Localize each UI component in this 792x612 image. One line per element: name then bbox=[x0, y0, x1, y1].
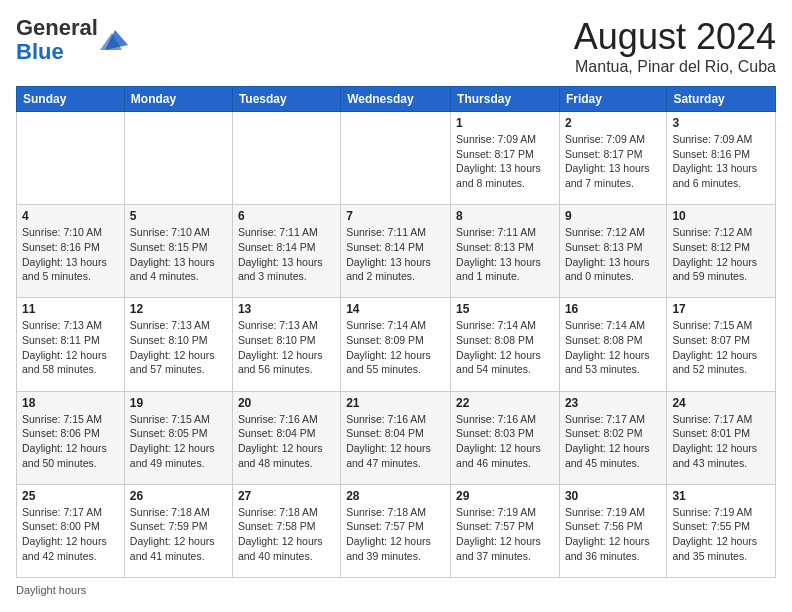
day-info: Sunrise: 7:11 AMSunset: 8:14 PMDaylight:… bbox=[238, 225, 335, 284]
calendar-cell: 14Sunrise: 7:14 AMSunset: 8:09 PMDayligh… bbox=[341, 298, 451, 391]
calendar-week-row: 25Sunrise: 7:17 AMSunset: 8:00 PMDayligh… bbox=[17, 484, 776, 577]
day-number: 20 bbox=[238, 396, 335, 410]
calendar-cell bbox=[232, 112, 340, 205]
day-info: Sunrise: 7:10 AMSunset: 8:16 PMDaylight:… bbox=[22, 225, 119, 284]
calendar-cell: 29Sunrise: 7:19 AMSunset: 7:57 PMDayligh… bbox=[451, 484, 560, 577]
calendar-cell: 12Sunrise: 7:13 AMSunset: 8:10 PMDayligh… bbox=[124, 298, 232, 391]
calendar-cell: 2Sunrise: 7:09 AMSunset: 8:17 PMDaylight… bbox=[559, 112, 666, 205]
calendar-cell: 1Sunrise: 7:09 AMSunset: 8:17 PMDaylight… bbox=[451, 112, 560, 205]
day-info: Sunrise: 7:16 AMSunset: 8:04 PMDaylight:… bbox=[238, 412, 335, 471]
day-info: Sunrise: 7:11 AMSunset: 8:14 PMDaylight:… bbox=[346, 225, 445, 284]
calendar-cell: 3Sunrise: 7:09 AMSunset: 8:16 PMDaylight… bbox=[667, 112, 776, 205]
day-number: 15 bbox=[456, 302, 554, 316]
day-number: 23 bbox=[565, 396, 661, 410]
day-number: 25 bbox=[22, 489, 119, 503]
calendar-cell: 20Sunrise: 7:16 AMSunset: 8:04 PMDayligh… bbox=[232, 391, 340, 484]
calendar-cell bbox=[17, 112, 125, 205]
calendar-cell: 15Sunrise: 7:14 AMSunset: 8:08 PMDayligh… bbox=[451, 298, 560, 391]
day-info: Sunrise: 7:09 AMSunset: 8:17 PMDaylight:… bbox=[565, 132, 661, 191]
day-number: 14 bbox=[346, 302, 445, 316]
day-number: 7 bbox=[346, 209, 445, 223]
day-info: Sunrise: 7:13 AMSunset: 8:10 PMDaylight:… bbox=[238, 318, 335, 377]
day-number: 19 bbox=[130, 396, 227, 410]
day-info: Sunrise: 7:15 AMSunset: 8:05 PMDaylight:… bbox=[130, 412, 227, 471]
day-info: Sunrise: 7:19 AMSunset: 7:56 PMDaylight:… bbox=[565, 505, 661, 564]
calendar-day-header: Saturday bbox=[667, 87, 776, 112]
calendar-cell: 5Sunrise: 7:10 AMSunset: 8:15 PMDaylight… bbox=[124, 205, 232, 298]
day-number: 3 bbox=[672, 116, 770, 130]
day-info: Sunrise: 7:13 AMSunset: 8:10 PMDaylight:… bbox=[130, 318, 227, 377]
calendar-day-header: Wednesday bbox=[341, 87, 451, 112]
day-info: Sunrise: 7:11 AMSunset: 8:13 PMDaylight:… bbox=[456, 225, 554, 284]
calendar-cell: 9Sunrise: 7:12 AMSunset: 8:13 PMDaylight… bbox=[559, 205, 666, 298]
day-number: 18 bbox=[22, 396, 119, 410]
day-info: Sunrise: 7:10 AMSunset: 8:15 PMDaylight:… bbox=[130, 225, 227, 284]
day-number: 11 bbox=[22, 302, 119, 316]
calendar-cell: 16Sunrise: 7:14 AMSunset: 8:08 PMDayligh… bbox=[559, 298, 666, 391]
calendar-cell: 31Sunrise: 7:19 AMSunset: 7:55 PMDayligh… bbox=[667, 484, 776, 577]
calendar-day-header: Friday bbox=[559, 87, 666, 112]
calendar-cell: 13Sunrise: 7:13 AMSunset: 8:10 PMDayligh… bbox=[232, 298, 340, 391]
day-info: Sunrise: 7:14 AMSunset: 8:08 PMDaylight:… bbox=[456, 318, 554, 377]
logo-blue: Blue bbox=[16, 39, 64, 64]
day-info: Sunrise: 7:14 AMSunset: 8:08 PMDaylight:… bbox=[565, 318, 661, 377]
calendar-cell: 19Sunrise: 7:15 AMSunset: 8:05 PMDayligh… bbox=[124, 391, 232, 484]
day-info: Sunrise: 7:16 AMSunset: 8:04 PMDaylight:… bbox=[346, 412, 445, 471]
day-number: 28 bbox=[346, 489, 445, 503]
calendar-cell: 17Sunrise: 7:15 AMSunset: 8:07 PMDayligh… bbox=[667, 298, 776, 391]
calendar-day-header: Sunday bbox=[17, 87, 125, 112]
day-number: 10 bbox=[672, 209, 770, 223]
calendar-week-row: 4Sunrise: 7:10 AMSunset: 8:16 PMDaylight… bbox=[17, 205, 776, 298]
day-number: 24 bbox=[672, 396, 770, 410]
calendar-cell: 23Sunrise: 7:17 AMSunset: 8:02 PMDayligh… bbox=[559, 391, 666, 484]
day-info: Sunrise: 7:14 AMSunset: 8:09 PMDaylight:… bbox=[346, 318, 445, 377]
calendar-week-row: 1Sunrise: 7:09 AMSunset: 8:17 PMDaylight… bbox=[17, 112, 776, 205]
page-header: General Blue August 2024 Mantua, Pinar d… bbox=[16, 16, 776, 76]
day-info: Sunrise: 7:19 AMSunset: 7:57 PMDaylight:… bbox=[456, 505, 554, 564]
calendar-cell bbox=[124, 112, 232, 205]
day-number: 2 bbox=[565, 116, 661, 130]
calendar-cell: 24Sunrise: 7:17 AMSunset: 8:01 PMDayligh… bbox=[667, 391, 776, 484]
day-info: Sunrise: 7:15 AMSunset: 8:07 PMDaylight:… bbox=[672, 318, 770, 377]
day-number: 5 bbox=[130, 209, 227, 223]
day-number: 1 bbox=[456, 116, 554, 130]
calendar-day-header: Tuesday bbox=[232, 87, 340, 112]
calendar-cell: 10Sunrise: 7:12 AMSunset: 8:12 PMDayligh… bbox=[667, 205, 776, 298]
footer-note: Daylight hours bbox=[16, 584, 776, 596]
calendar-cell: 21Sunrise: 7:16 AMSunset: 8:04 PMDayligh… bbox=[341, 391, 451, 484]
calendar-day-header: Monday bbox=[124, 87, 232, 112]
day-number: 4 bbox=[22, 209, 119, 223]
day-number: 16 bbox=[565, 302, 661, 316]
day-info: Sunrise: 7:12 AMSunset: 8:12 PMDaylight:… bbox=[672, 225, 770, 284]
calendar-cell: 8Sunrise: 7:11 AMSunset: 8:13 PMDaylight… bbox=[451, 205, 560, 298]
day-number: 8 bbox=[456, 209, 554, 223]
calendar-cell: 7Sunrise: 7:11 AMSunset: 8:14 PMDaylight… bbox=[341, 205, 451, 298]
day-info: Sunrise: 7:12 AMSunset: 8:13 PMDaylight:… bbox=[565, 225, 661, 284]
calendar-cell: 22Sunrise: 7:16 AMSunset: 8:03 PMDayligh… bbox=[451, 391, 560, 484]
day-number: 30 bbox=[565, 489, 661, 503]
day-info: Sunrise: 7:17 AMSunset: 8:01 PMDaylight:… bbox=[672, 412, 770, 471]
calendar-cell: 27Sunrise: 7:18 AMSunset: 7:58 PMDayligh… bbox=[232, 484, 340, 577]
calendar-cell: 6Sunrise: 7:11 AMSunset: 8:14 PMDaylight… bbox=[232, 205, 340, 298]
month-year: August 2024 bbox=[574, 16, 776, 58]
calendar-cell: 11Sunrise: 7:13 AMSunset: 8:11 PMDayligh… bbox=[17, 298, 125, 391]
day-number: 13 bbox=[238, 302, 335, 316]
calendar-day-header: Thursday bbox=[451, 87, 560, 112]
calendar-cell: 26Sunrise: 7:18 AMSunset: 7:59 PMDayligh… bbox=[124, 484, 232, 577]
logo-icon bbox=[100, 25, 130, 55]
day-number: 27 bbox=[238, 489, 335, 503]
logo-general: General bbox=[16, 15, 98, 40]
day-info: Sunrise: 7:09 AMSunset: 8:17 PMDaylight:… bbox=[456, 132, 554, 191]
day-info: Sunrise: 7:18 AMSunset: 7:57 PMDaylight:… bbox=[346, 505, 445, 564]
day-number: 29 bbox=[456, 489, 554, 503]
day-number: 6 bbox=[238, 209, 335, 223]
day-info: Sunrise: 7:18 AMSunset: 7:58 PMDaylight:… bbox=[238, 505, 335, 564]
calendar-week-row: 11Sunrise: 7:13 AMSunset: 8:11 PMDayligh… bbox=[17, 298, 776, 391]
calendar-week-row: 18Sunrise: 7:15 AMSunset: 8:06 PMDayligh… bbox=[17, 391, 776, 484]
day-number: 31 bbox=[672, 489, 770, 503]
calendar-cell: 4Sunrise: 7:10 AMSunset: 8:16 PMDaylight… bbox=[17, 205, 125, 298]
calendar-cell: 18Sunrise: 7:15 AMSunset: 8:06 PMDayligh… bbox=[17, 391, 125, 484]
day-info: Sunrise: 7:16 AMSunset: 8:03 PMDaylight:… bbox=[456, 412, 554, 471]
day-info: Sunrise: 7:13 AMSunset: 8:11 PMDaylight:… bbox=[22, 318, 119, 377]
calendar-cell: 25Sunrise: 7:17 AMSunset: 8:00 PMDayligh… bbox=[17, 484, 125, 577]
